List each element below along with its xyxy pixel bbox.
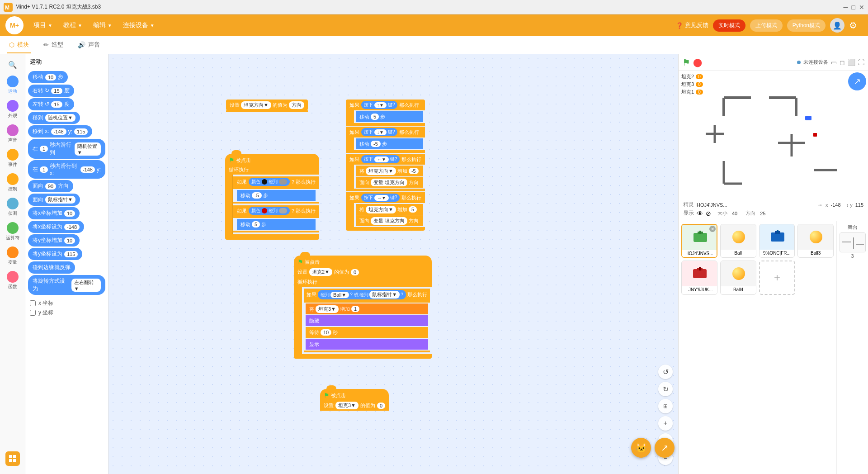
tab-module[interactable]: ⬡ 模块 [7,37,31,53]
undo-button[interactable]: ↺ [658,365,673,379]
tab-bar: ⬡ 模块 ✏ 造型 🔊 声音 [0,36,868,54]
stage-small-icon[interactable]: ▭ [831,59,837,66]
nav-item-control[interactable]: 控制 [1,171,24,194]
script-group-3: 如果 按下 ↑▼ 键? 那么执行 移动 5 步 如果 按下 ↓▼ 键? 那么执行 [346,100,425,231]
nav-item-sensing[interactable]: 侦测 [1,196,24,218]
block-glide-random[interactable]: 在 1 秒内滑行到 随机位置▼ [28,139,105,159]
block-bounce[interactable]: 碰到边缘就反弹 [28,261,75,274]
sprite-y: 115 [855,202,863,208]
block-rotation-style[interactable]: 将旋转方式设为 左右翻转▼ [28,275,105,295]
play-button[interactable]: ⚑ [682,57,690,68]
nav-item-variables[interactable]: 变量 [1,245,24,267]
cat-button[interactable]: 🐱 [631,438,651,458]
checkbox-x[interactable] [30,300,36,306]
stage-large-icon[interactable]: ⬜ [848,59,855,66]
stage-label: 舞台 [848,224,858,231]
zoom-in-button[interactable]: + [658,416,673,431]
block-point-dir[interactable]: 面向 90 方向 [28,180,73,192]
tab-costume[interactable]: ✏ 造型 [42,37,65,53]
sprite-x: -148 [831,202,841,208]
svg-rect-18 [813,133,817,137]
background-section: 舞台 3 [836,221,868,474]
block-goto-random[interactable]: 移到 随机位置▼ [28,112,80,124]
stage-medium-icon[interactable]: ◻ [840,59,845,66]
redo-button[interactable]: ↻ [658,382,673,396]
grid-button[interactable]: ⊞ [658,399,673,413]
app-logo-menu: M+ [5,16,24,34]
score-badge-tank3: 0 [696,82,703,87]
search-button[interactable]: 🔍 [5,58,20,72]
nav-item-functions[interactable]: 函数 [1,269,24,292]
block-move[interactable]: 移动 10 步 [28,71,68,83]
background-thumb[interactable] [840,232,866,252]
nav-item-looks[interactable]: 外观 [1,98,24,121]
mini-stage: 坦克2 0 坦克3 0 坦克1 0 ↗ [679,71,868,197]
main-area: 🔍 运动 外观 声音 事件 控制 侦测 运算符 [0,54,868,474]
user-avatar[interactable]: 👤 [830,18,844,33]
menu-item-tutorial[interactable]: 教程 ▼ [59,19,87,32]
feedback-button[interactable]: ❓ 意见反馈 [676,21,708,29]
connection-label: 未连接设备 [803,59,828,66]
sprites-row-2: _JNY'9JUK... Ball4 + [681,261,834,295]
fullscreen-icon[interactable]: ⛶ [858,59,864,66]
sprite-card-ball3[interactable]: Ball3 [797,224,834,258]
python-mode-button[interactable]: Python模式 [787,19,826,32]
close-button[interactable]: ✕ [859,4,864,11]
nav-item-motion[interactable]: 运动 [1,74,24,96]
svg-rect-27 [699,267,701,270]
upload-mode-button[interactable]: 上传模式 [750,19,783,32]
visibility-eye-icon[interactable]: 👁 [697,210,703,217]
block-glide-xy[interactable]: 在 1 秒内滑行到 x: -148 y: [28,160,105,179]
block-point-towards[interactable]: 面向 鼠标指针▼ [28,194,80,206]
block-turn-right[interactable]: 右转 ↻ 15 度 [28,85,74,97]
stop-button[interactable]: ⬤ [693,57,702,67]
app-logo: M [4,3,13,12]
category-label: 运动 [28,56,105,70]
block-set-x[interactable]: 将x坐标设为 -148 [28,221,84,233]
sprites-grid: HOJ4'JNVS... ✕ Ball [679,221,836,474]
sprites-row-1: HOJ4'JNVS... ✕ Ball [681,224,834,258]
script-group-4: ⚑ 被点击 设置 坦克2▼ 的值为 0 循环执行 如果 碰到 Ball▼ ? 或… [294,256,432,359]
tab-sound[interactable]: 🔊 声音 [76,37,102,53]
block-change-y[interactable]: 将y坐标增加 10 [28,234,80,246]
sprite-name-tank3: _JNY'9JUK... [682,286,717,293]
realtime-mode-button[interactable]: 实时模式 [713,19,745,32]
nav-item-sound[interactable]: 声音 [1,123,24,145]
svg-rect-4 [9,459,12,462]
menu-right: ❓ 意见反馈 实时模式 上传模式 Python模式 👤 ⚙ [676,18,857,33]
minimize-button[interactable]: ─ [844,4,848,11]
code-area[interactable]: 设置 坦克方向▼ 的值为 方向 ⚑ 被点击 循环执行 [108,54,678,474]
sprite-name-display: HOJ4'JNVS... [697,202,815,208]
menu-item-project[interactable]: 项目 ▼ [29,19,57,32]
block-turn-left[interactable]: 左转 ↺ 15 度 [28,98,74,110]
svg-rect-17 [805,116,811,120]
add-sprite-button[interactable]: + [759,261,795,295]
menu-item-edit[interactable]: 编辑 ▼ [89,19,117,32]
sprite-card-tank2[interactable]: 9%ONC|FR... [759,224,795,258]
sprite-name-tank2: 9%ONC|FR... [760,250,795,256]
sprite-card-tank1[interactable]: HOJ4'JNVS... ✕ [681,224,717,258]
title-bar: M Mind+ V1.7.1 RC2.0 坦克大战3.sb3 ─ □ ✕ [0,0,868,14]
svg-rect-24 [777,230,778,234]
right-panel: ⚑ ⬤ 未连接设备 ▭ ◻ ⬜ ⛶ 坦克2 0 坦克3 0 [678,54,868,474]
menu-bar: M+ 项目 ▼ 教程 ▼ 编辑 ▼ 连接设备 ▼ ❓ 意见反馈 实时模式 上传模… [0,14,868,36]
maximize-button[interactable]: □ [852,4,855,11]
menu-item-connect[interactable]: 连接设备 ▼ [118,19,159,32]
connection-dot [797,61,801,64]
sprite-card-tank3[interactable]: _JNY'9JUK... [681,261,717,295]
svg-rect-21 [699,231,701,234]
script-group-5: ⚑ 被点击 设置 坦克3▼ 的值为 0 [320,389,389,411]
nav-item-operators[interactable]: 运算符 [1,220,24,243]
checkbox-y[interactable] [30,310,36,316]
expand-button[interactable]: ↗ [655,438,675,458]
settings-button[interactable]: ⚙ [849,20,857,31]
nav-item-events[interactable]: 事件 [1,147,24,170]
nav-item-extra[interactable] [3,449,23,469]
visibility-hide-icon[interactable]: ⊘ [706,210,711,217]
sprite-card-ball4[interactable]: Ball4 [720,261,756,295]
sprite-close-tank1[interactable]: ✕ [709,226,716,232]
block-goto-xy[interactable]: 移到 x: -148 y: 115 [28,125,92,137]
block-change-x[interactable]: 将x坐标增加 10 [28,207,80,219]
block-set-y[interactable]: 将y坐标设为 115 [28,248,82,260]
sprite-card-ball[interactable]: Ball [720,224,756,258]
